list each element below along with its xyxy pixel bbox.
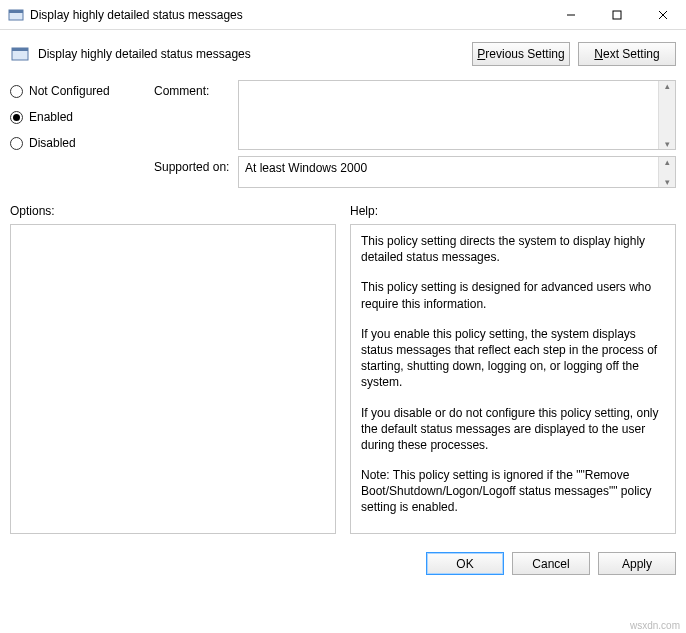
policy-icon	[10, 44, 30, 64]
help-text: Note: This policy setting is ignored if …	[361, 467, 665, 516]
dialog-footer: OK Cancel Apply	[0, 544, 686, 587]
radio-enabled[interactable]: Enabled	[10, 110, 150, 124]
help-text: This policy setting directs the system t…	[361, 233, 665, 265]
svg-rect-7	[12, 48, 28, 51]
comment-textarea[interactable]: ▴▾	[238, 80, 676, 150]
scrollbar[interactable]: ▴▾	[658, 81, 675, 149]
window-controls	[548, 0, 686, 29]
minimize-button[interactable]	[548, 0, 594, 29]
help-text: If you enable this policy setting, the s…	[361, 326, 665, 391]
chevron-up-icon: ▴	[665, 81, 670, 91]
radio-label: Enabled	[29, 110, 73, 124]
svg-rect-3	[613, 11, 621, 19]
radio-not-configured[interactable]: Not Configured	[10, 84, 150, 98]
radio-label: Not Configured	[29, 84, 110, 98]
title-bar: Display highly detailed status messages	[0, 0, 686, 30]
comment-label: Comment:	[154, 80, 234, 98]
close-button[interactable]	[640, 0, 686, 29]
radio-icon	[10, 111, 23, 124]
next-setting-button[interactable]: Next Setting	[578, 42, 676, 66]
apply-button[interactable]: Apply	[598, 552, 676, 575]
help-panel: This policy setting directs the system t…	[350, 224, 676, 534]
cancel-button[interactable]: Cancel	[512, 552, 590, 575]
supported-on-label: Supported on:	[154, 156, 234, 174]
options-panel	[10, 224, 336, 534]
svg-rect-1	[9, 10, 23, 13]
help-text: This policy setting is designed for adva…	[361, 279, 665, 311]
chevron-down-icon: ▾	[665, 139, 670, 149]
window-title: Display highly detailed status messages	[30, 8, 548, 22]
chevron-down-icon: ▾	[665, 177, 670, 187]
scrollbar[interactable]: ▴▾	[658, 157, 675, 187]
help-label: Help:	[350, 204, 676, 218]
ok-button[interactable]: OK	[426, 552, 504, 575]
help-text: If you disable or do not configure this …	[361, 405, 665, 454]
supported-on-field: At least Windows 2000 ▴▾	[238, 156, 676, 188]
app-icon	[8, 7, 24, 23]
radio-disabled[interactable]: Disabled	[10, 136, 150, 150]
policy-title: Display highly detailed status messages	[38, 47, 464, 61]
radio-icon	[10, 137, 23, 150]
supported-on-value: At least Windows 2000	[245, 161, 367, 175]
previous-setting-button[interactable]: Previous Setting	[472, 42, 570, 66]
maximize-button[interactable]	[594, 0, 640, 29]
options-label: Options:	[10, 204, 336, 218]
state-radio-group: Not Configured Enabled Disabled	[10, 80, 150, 150]
radio-icon	[10, 85, 23, 98]
chevron-up-icon: ▴	[665, 157, 670, 167]
policy-header: Display highly detailed status messages …	[10, 38, 676, 76]
radio-label: Disabled	[29, 136, 76, 150]
watermark: wsxdn.com	[630, 620, 680, 631]
